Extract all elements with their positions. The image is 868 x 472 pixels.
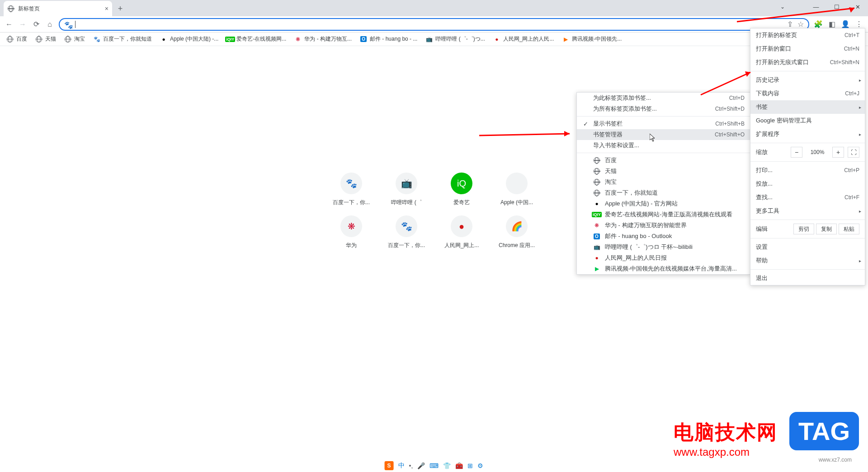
menu-history[interactable]: 历史记录▸ xyxy=(750,73,865,87)
bookmark-item[interactable]: ●人民网_网上的人民... xyxy=(490,33,558,45)
ime-settings-icon[interactable]: ⚙ xyxy=(477,462,483,469)
ime-logo-icon[interactable]: S xyxy=(385,461,394,470)
browser-tab[interactable]: 新标签页 × xyxy=(4,1,112,16)
shortcut-label: 百度一下，你... xyxy=(381,242,432,249)
zoom-in-button[interactable]: + xyxy=(832,147,844,158)
ime-toolbox-icon[interactable]: 🧰 xyxy=(455,462,463,469)
shortcut-tile[interactable]: ❋华为 xyxy=(326,215,377,249)
shortcut-tile[interactable]: iQ爱奇艺 xyxy=(436,173,487,206)
shortcut-tile[interactable]: 📺哔哩哔哩 (゜ xyxy=(381,173,432,206)
fullscreen-button[interactable]: ⛶ xyxy=(848,147,859,158)
bookmark-item[interactable]: 百度 xyxy=(3,33,31,45)
bookmark-item[interactable]: 淘宝 xyxy=(61,33,89,45)
forward-button[interactable]: → xyxy=(16,18,29,31)
address-bar[interactable]: 🐾 ⇪ ☆ xyxy=(59,18,809,31)
menu-find[interactable]: 查找...Ctrl+F xyxy=(750,191,865,204)
ime-skin-icon[interactable]: 👕 xyxy=(443,462,451,469)
submenu-bookmark-manager[interactable]: 书签管理器Ctrl+Shift+O xyxy=(577,129,750,140)
bookmarks-bar: 百度天猫淘宝🐾百度一下，你就知道●Apple (中国大陆) -...iQIY爱奇… xyxy=(0,33,868,46)
bookmark-star-icon[interactable]: ☆ xyxy=(797,20,804,28)
menu-exit[interactable]: 退出 xyxy=(750,271,865,285)
submenu-bookmark-item[interactable]: iQIY爱奇艺-在线视频网站-海量正版高清视频在线观看 xyxy=(577,209,750,220)
menu-edit: 编辑 剪切 复制 粘贴 xyxy=(750,222,865,236)
reload-button[interactable]: ⟳ xyxy=(30,18,42,31)
menu-print[interactable]: 打印...Ctrl+P xyxy=(750,164,865,177)
toolbar: ← → ⟳ ⌂ 🐾 ⇪ ☆ 🧩 ◧ 👤 ⋮ xyxy=(0,16,868,33)
cut-button[interactable]: 剪切 xyxy=(793,224,814,234)
menu-downloads[interactable]: 下载内容Ctrl+J xyxy=(750,87,865,100)
submenu-add-bookmark[interactable]: 为此标签页添加书签...Ctrl+D xyxy=(577,93,750,103)
submenu-bookmark-item[interactable]: 📺哔哩哔哩 (゜-゜)つロ 干杯~-bilibili xyxy=(577,242,750,252)
menu-extensions[interactable]: 扩展程序▸ xyxy=(750,127,865,141)
shortcut-tile[interactable]: 🌈Chrome 应用... xyxy=(491,215,542,249)
ime-grid-icon[interactable]: ⊞ xyxy=(467,462,473,469)
menu-new-window[interactable]: 打开新的窗口Ctrl+N xyxy=(750,42,865,56)
menu-cast[interactable]: 投放... xyxy=(750,177,865,191)
submenu-bookmark-item[interactable]: 百度一下，你就知道 xyxy=(577,187,750,198)
shortcut-tile[interactable]: 🐾百度一下，你... xyxy=(381,215,432,249)
bookmark-item-label: 华为 - 构建万物互联的智能世界 xyxy=(605,221,687,229)
zoom-value: 100% xyxy=(806,149,829,155)
shortcut-icon: iQ xyxy=(451,173,472,194)
bookmark-item-label: 哔哩哔哩 (゜-゜)つロ 干杯~-bilibili xyxy=(605,243,693,251)
paste-button[interactable]: 粘贴 xyxy=(839,224,859,234)
ime-mode[interactable]: 中 xyxy=(398,462,405,470)
submenu-bookmark-item[interactable]: 淘宝 xyxy=(577,177,750,187)
shortcut-tile[interactable]: ●人民网_网上... xyxy=(436,215,487,249)
menu-new-incognito[interactable]: 打开新的无痕式窗口Ctrl+Shift+N xyxy=(750,56,865,69)
titlebar: 新标签页 × + ⌄ — ☐ ✕ xyxy=(0,0,868,16)
new-tab-button[interactable]: + xyxy=(114,2,127,15)
site-info-icon[interactable]: 🐾 xyxy=(64,21,71,28)
submenu-add-all-bookmarks[interactable]: 为所有标签页添加书签...Ctrl+Shift+D xyxy=(577,103,750,114)
bookmark-item[interactable]: O邮件 - huang bo - ... xyxy=(356,33,421,45)
back-button[interactable]: ← xyxy=(3,18,15,31)
bookmark-item[interactable]: ●Apple (中国大陆) -... xyxy=(156,33,222,45)
close-window-button[interactable]: ✕ xyxy=(847,0,868,14)
submenu-bookmark-item[interactable]: ●人民网_网上的人民日报 xyxy=(577,252,750,263)
tab-close-icon[interactable]: × xyxy=(105,5,108,12)
shortcut-tile[interactable]: 🐾百度一下，你... xyxy=(326,173,377,206)
maximize-button[interactable]: ☐ xyxy=(826,0,847,14)
menu-passwords[interactable]: Google 密码管理工具 xyxy=(750,114,865,127)
bookmark-item[interactable]: ▶腾讯视频-中国领先... xyxy=(558,33,625,45)
home-button[interactable]: ⌂ xyxy=(43,18,56,31)
ime-punct-icon[interactable]: •, xyxy=(409,462,413,469)
menu-settings[interactable]: 设置 xyxy=(750,240,865,254)
submenu-bookmark-item[interactable]: 百度 xyxy=(577,155,750,166)
menu-bookmarks[interactable]: 书签▸ xyxy=(750,100,865,114)
bookmark-icon: 📺 xyxy=(425,36,433,43)
text-caret xyxy=(75,21,75,28)
menu-new-tab[interactable]: 打开新的标签页Ctrl+T xyxy=(750,28,865,42)
shortcut-label: 人民网_网上... xyxy=(436,242,487,249)
bookmark-label: 华为 - 构建万物互... xyxy=(304,35,352,43)
bookmark-item[interactable]: 天猫 xyxy=(32,33,60,45)
submenu-bookmark-item[interactable]: ❋华为 - 构建万物互联的智能世界 xyxy=(577,220,750,231)
minimize-button[interactable]: — xyxy=(806,0,826,14)
submenu-bookmark-item[interactable]: ●Apple (中国大陆) - 官方网站 xyxy=(577,198,750,209)
bookmark-item[interactable]: 📺哔哩哔哩 (゜-゜)つ... xyxy=(422,33,488,45)
ime-voice-icon[interactable]: 🎤 xyxy=(417,462,425,469)
submenu-bookmark-item[interactable]: 天猫 xyxy=(577,166,750,177)
submenu-show-bookmarks-bar[interactable]: ✓显示书签栏Ctrl+Shift+B xyxy=(577,118,750,129)
shortcut-icon: ❋ xyxy=(340,215,362,237)
ime-keyboard-icon[interactable]: ⌨ xyxy=(429,462,439,469)
tab-list-chevron-icon[interactable]: ⌄ xyxy=(780,4,785,10)
bookmark-label: 邮件 - huang bo - ... xyxy=(370,35,417,43)
submenu-bookmark-item[interactable]: ▶腾讯视频-中国领先的在线视频媒体平台,海量高清... xyxy=(577,263,750,274)
bookmark-item-icon xyxy=(593,168,600,175)
bookmark-item[interactable]: iQIY爱奇艺-在线视频网... xyxy=(223,33,290,45)
shortcut-icon: 🐾 xyxy=(396,215,417,237)
shortcut-icon: 📺 xyxy=(396,173,417,194)
submenu-bookmark-item[interactable]: O邮件 - huang bo - Outlook xyxy=(577,231,750,242)
bookmark-item[interactable]: ❋华为 - 构建万物互... xyxy=(291,33,355,45)
zoom-out-button[interactable]: − xyxy=(791,147,802,158)
shortcut-tile[interactable]: Apple (中国... xyxy=(491,173,542,206)
menu-help[interactable]: 帮助▸ xyxy=(750,254,865,267)
copy-button[interactable]: 复制 xyxy=(816,224,837,234)
submenu-import-bookmarks[interactable]: 导入书签和设置... xyxy=(577,140,750,151)
watermark-tag: TAG xyxy=(789,412,859,450)
menu-more-tools[interactable]: 更多工具▸ xyxy=(750,204,865,218)
bookmark-item[interactable]: 🐾百度一下，你就知道 xyxy=(90,33,156,45)
shortcut-icon: 🌈 xyxy=(506,215,528,237)
share-icon[interactable]: ⇪ xyxy=(787,20,793,28)
